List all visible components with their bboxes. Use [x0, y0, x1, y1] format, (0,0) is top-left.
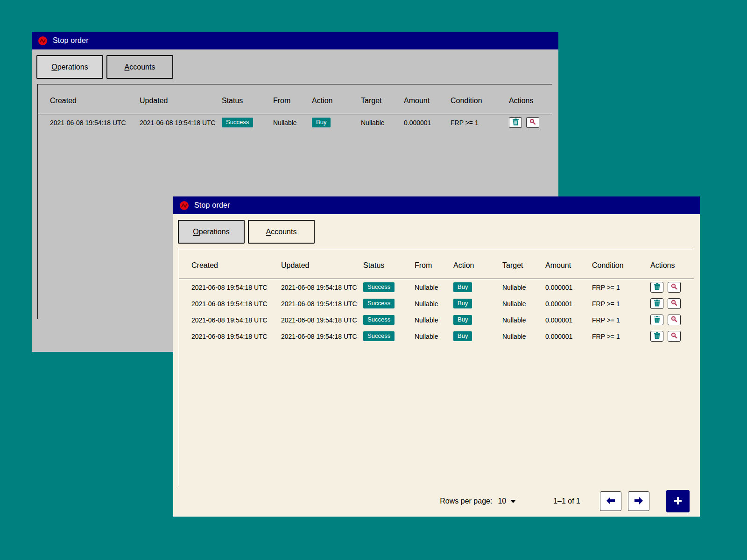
- col-header-amount: Amount: [404, 97, 451, 105]
- tab-accounts[interactable]: Accounts: [106, 55, 173, 79]
- col-header-created: Created: [191, 261, 281, 270]
- col-header-condition: Condition: [592, 261, 650, 270]
- action-badge: Buy: [453, 315, 472, 324]
- col-header-actions: Actions: [509, 97, 552, 105]
- tab-accounts[interactable]: Accounts: [248, 220, 315, 244]
- cell-condition: FRP >= 1: [592, 316, 650, 324]
- cell-target: Nullable: [502, 284, 545, 291]
- col-header-target: Target: [361, 97, 404, 105]
- status-badge: Success: [222, 118, 253, 127]
- window-title: Stop order: [194, 201, 230, 210]
- inspect-button[interactable]: [668, 315, 681, 325]
- plus-icon: [674, 497, 682, 506]
- prev-page-button[interactable]: [600, 491, 621, 511]
- titlebar[interactable]: Stop order: [173, 196, 700, 214]
- status-badge: Success: [363, 315, 395, 324]
- trash-icon: [654, 283, 660, 292]
- col-header-target: Target: [502, 261, 545, 270]
- red-wave-logo-icon: [179, 201, 189, 210]
- cell-created: 2021-06-08 19:54:18 UTC: [191, 316, 281, 324]
- red-wave-logo-icon: [38, 36, 48, 46]
- cell-from: Nullable: [415, 333, 453, 340]
- cell-created: 2021-06-08 19:54:18 UTC: [191, 333, 281, 340]
- cell-from: Nullable: [415, 316, 453, 324]
- table-row: 2021-06-08 19:54:18 UTC 2021-06-08 19:54…: [179, 295, 694, 312]
- cell-target: Nullable: [502, 316, 545, 324]
- inspect-button[interactable]: [668, 282, 681, 293]
- table-row: 2021-06-08 19:54:18 UTC 2021-06-08 19:54…: [179, 328, 694, 344]
- right-arrow-icon: [634, 497, 643, 506]
- tab-bar: Operations Accounts: [32, 49, 558, 84]
- trash-icon: [513, 119, 519, 127]
- col-header-from: From: [415, 261, 453, 270]
- window-title: Stop order: [53, 36, 89, 45]
- col-header-action: Action: [312, 97, 361, 105]
- delete-button[interactable]: [509, 117, 522, 128]
- cell-from: Nullable: [415, 284, 453, 291]
- action-badge: Buy: [453, 299, 472, 308]
- cell-updated: 2021-06-08 19:54:18 UTC: [281, 316, 363, 324]
- col-header-status: Status: [222, 97, 273, 105]
- table-header-row: Created Updated Status From Action Targe…: [38, 84, 552, 114]
- col-header-updated: Updated: [281, 261, 363, 270]
- magnifier-icon: [671, 283, 677, 291]
- col-header-actions: Actions: [650, 261, 694, 270]
- cell-amount: 0.000001: [545, 333, 592, 340]
- titlebar[interactable]: Stop order: [32, 32, 558, 49]
- trash-icon: [654, 332, 660, 341]
- page-range: 1–1 of 1: [553, 497, 580, 505]
- cell-amount: 0.000001: [545, 284, 592, 291]
- col-header-status: Status: [363, 261, 415, 270]
- cell-updated: 2021-06-08 19:54:18 UTC: [281, 284, 363, 291]
- cell-condition: FRP >= 1: [592, 333, 650, 340]
- cell-updated: 2021-06-08 19:54:18 UTC: [281, 333, 363, 340]
- cell-target: Nullable: [502, 333, 545, 340]
- rows-per-page-label: Rows per page:: [440, 497, 492, 505]
- col-header-created: Created: [50, 97, 140, 105]
- caret-down-icon: [510, 500, 516, 503]
- cell-target: Nullable: [361, 119, 404, 126]
- tab-operations[interactable]: Operations: [178, 220, 245, 244]
- magnifier-icon: [671, 316, 677, 324]
- table-row: 2021-06-08 19:54:18 UTC 2021-06-08 19:54…: [179, 312, 694, 328]
- cell-updated: 2021-06-08 19:54:18 UTC: [281, 300, 363, 308]
- add-order-button[interactable]: [666, 490, 690, 512]
- delete-button[interactable]: [650, 315, 663, 325]
- pagination-bar: Rows per page: 10 1–1 of 1: [173, 486, 700, 517]
- status-badge: Success: [363, 282, 395, 292]
- tab-bar: Operations Accounts: [173, 214, 700, 249]
- cell-condition: FRP >= 1: [592, 284, 650, 291]
- table-header-row: Created Updated Status From Action Targe…: [179, 249, 694, 279]
- cell-amount: 0.000001: [545, 316, 592, 324]
- inspect-button[interactable]: [668, 331, 681, 342]
- cell-created: 2021-06-08 19:54:18 UTC: [191, 300, 281, 308]
- cell-condition: FRP >= 1: [592, 300, 650, 308]
- inspect-button[interactable]: [526, 117, 539, 128]
- trash-icon: [654, 316, 660, 324]
- magnifier-icon: [671, 332, 677, 340]
- cell-condition: FRP >= 1: [451, 119, 509, 126]
- tab-operations[interactable]: Operations: [36, 55, 103, 79]
- inspect-button[interactable]: [668, 298, 681, 309]
- cell-created: 2021-06-08 19:54:18 UTC: [191, 284, 281, 291]
- next-page-button[interactable]: [628, 491, 649, 511]
- col-header-from: From: [273, 97, 312, 105]
- cell-created: 2021-06-08 19:54:18 UTC: [50, 119, 140, 126]
- cell-amount: 0.000001: [404, 119, 451, 126]
- table-row: 2021-06-08 19:54:18 UTC 2021-06-08 19:54…: [179, 279, 694, 295]
- delete-button[interactable]: [650, 331, 663, 342]
- cell-from: Nullable: [415, 300, 453, 308]
- action-badge: Buy: [453, 331, 472, 341]
- col-header-condition: Condition: [451, 97, 509, 105]
- col-header-updated: Updated: [140, 97, 222, 105]
- table-row: 2021-06-08 19:54:18 UTC 2021-06-08 19:54…: [38, 114, 552, 131]
- stop-order-window-front: Stop order Operations Accounts Created U…: [173, 196, 700, 517]
- trash-icon: [654, 300, 660, 308]
- col-header-action: Action: [453, 261, 502, 270]
- rows-per-page-select[interactable]: 10: [498, 497, 516, 505]
- delete-button[interactable]: [650, 282, 663, 293]
- delete-button[interactable]: [650, 298, 663, 309]
- operations-table: Created Updated Status From Action Targe…: [179, 249, 694, 486]
- status-badge: Success: [363, 299, 395, 308]
- action-badge: Buy: [312, 118, 331, 127]
